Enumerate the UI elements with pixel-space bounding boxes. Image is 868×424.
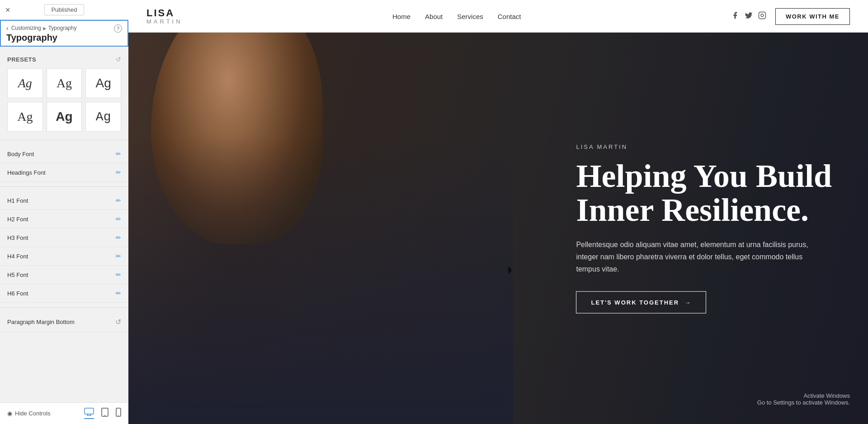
site-logo: LISA MARTIN (146, 8, 183, 25)
back-button[interactable]: ‹ (6, 24, 9, 32)
breadcrumb-nav: ‹ Customizing ▶ Typography (6, 24, 76, 32)
breadcrumb-left: ‹ Customizing ▶ Typography Typography (6, 24, 76, 43)
h5-font-edit-button[interactable]: ✏ (116, 271, 121, 278)
nav-services[interactable]: Services (457, 13, 483, 20)
h2-font-row: H2 Font ✏ (0, 210, 128, 229)
h6-font-label: H6 Font (7, 290, 28, 297)
breadcrumb-section: Typography (48, 25, 77, 31)
h4-font-edit-button[interactable]: ✏ (116, 252, 121, 260)
svg-point-7 (118, 415, 119, 416)
preset-card-6[interactable]: Ag (85, 102, 121, 132)
device-icons (84, 408, 121, 419)
panel-content: Presets ↺ Ag Ag Ag Ag Ag Ag Body Font ✏ … (0, 47, 128, 402)
h3-font-row: H3 Font ✏ (0, 229, 128, 247)
device-desktop-button[interactable] (84, 408, 94, 419)
nav-contact[interactable]: Contact (498, 13, 521, 20)
divider-2 (0, 186, 128, 187)
presets-grid: Ag Ag Ag Ag Ag Ag (7, 68, 121, 132)
headings-font-label: Headings Font (7, 169, 46, 176)
preset-card-5[interactable]: Ag (47, 102, 82, 132)
paragraph-margin-refresh-icon[interactable]: ↺ (115, 318, 121, 326)
divider-1 (0, 140, 128, 140)
body-font-row: Body Font ✏ (0, 145, 128, 163)
hero-person-name: LISA MARTIN (576, 143, 832, 150)
nav-home[interactable]: Home (392, 13, 410, 20)
h2-font-edit-button[interactable]: ✏ (116, 215, 121, 223)
page-title: Typography (6, 33, 76, 43)
paragraph-margin-bottom-row: Paragraph Margin Bottom ↺ (0, 312, 128, 332)
hero-content: LISA MARTIN Helping You Build Inner Resi… (576, 143, 832, 314)
device-tablet-button[interactable] (101, 408, 108, 419)
preset-card-4[interactable]: Ag (7, 102, 43, 132)
social-icons (731, 11, 766, 22)
header-accent-line (128, 32, 868, 33)
instagram-icon[interactable] (758, 11, 766, 22)
work-with-me-button[interactable]: WORK WITH ME (775, 8, 850, 25)
h3-font-label: H3 Font (7, 234, 28, 241)
h4-font-row: H4 Font ✏ (0, 247, 128, 266)
top-bar: × Published (0, 0, 128, 20)
h1-font-edit-button[interactable]: ✏ (116, 197, 121, 204)
site-header: LISA MARTIN Home About Services Contact (128, 0, 868, 33)
h3-font-edit-button[interactable]: ✏ (116, 234, 121, 241)
breadcrumb-arrow: ▶ (43, 26, 47, 31)
body-font-edit-button[interactable]: ✏ (116, 150, 121, 157)
preview-area: LISA MARTIN Home About Services Contact (128, 0, 868, 424)
hero-heading-line2: Inner Resilience. (576, 192, 809, 228)
body-font-label: Body Font (7, 151, 34, 157)
help-icon[interactable]: ? (114, 24, 122, 33)
preset-card-3[interactable]: Ag (85, 68, 121, 98)
logo-name: LISA (146, 8, 183, 19)
headings-font-edit-button[interactable]: ✏ (116, 169, 121, 176)
preset-card-1[interactable]: Ag (7, 68, 43, 98)
svg-rect-8 (759, 12, 765, 19)
lets-work-arrow: → (684, 299, 691, 306)
h1-font-row: H1 Font ✏ (0, 191, 128, 210)
h5-font-label: H5 Font (7, 272, 28, 278)
presets-refresh-icon[interactable]: ↺ (116, 56, 121, 63)
facebook-icon[interactable] (731, 11, 739, 22)
lets-work-together-button[interactable]: LET'S WORK TOGETHER → (576, 291, 706, 314)
h5-font-row: H5 Font ✏ (0, 266, 128, 284)
svg-rect-0 (85, 408, 94, 414)
hero-heading-line1: Helping You Build (576, 157, 832, 194)
hero-heading: Helping You Build Inner Resilience. (576, 159, 832, 227)
bottom-bar: ◉ Hide Controls (0, 402, 128, 424)
logo-surname: MARTIN (146, 19, 183, 25)
h6-font-row: H6 Font ✏ (0, 284, 128, 303)
preset-card-2[interactable]: Ag (47, 68, 82, 98)
h1-font-label: H1 Font (7, 197, 28, 204)
presets-header: Presets ↺ (7, 56, 121, 63)
hide-controls-button[interactable]: ◉ Hide Controls (7, 410, 51, 417)
divider-3 (0, 307, 128, 308)
h2-font-label: H2 Font (7, 216, 28, 223)
paragraph-margin-bottom-label: Paragraph Margin Bottom (7, 319, 75, 325)
hide-controls-icon: ◉ (7, 410, 12, 417)
breadcrumb-bar: ‹ Customizing ▶ Typography Typography ? (0, 20, 128, 47)
presets-section: Presets ↺ Ag Ag Ag Ag Ag Ag (0, 52, 128, 135)
device-mobile-button[interactable] (116, 408, 121, 419)
lets-work-label: LET'S WORK TOGETHER (591, 299, 679, 306)
svg-point-5 (104, 415, 105, 416)
hero-body-text: Pellentesque odio aliquam vitae amet, el… (576, 238, 811, 275)
close-button[interactable]: × (5, 6, 10, 14)
site-header-right: WORK WITH ME (731, 8, 850, 25)
customizer-panel: × Published ‹ Customizing ▶ Typography T… (0, 0, 128, 424)
hide-controls-label: Hide Controls (15, 410, 51, 417)
h4-font-label: H4 Font (7, 253, 28, 260)
site-nav: Home About Services Contact (392, 13, 521, 20)
h6-font-edit-button[interactable]: ✏ (116, 290, 121, 297)
published-badge: Published (44, 4, 84, 15)
twitter-icon[interactable] (745, 11, 753, 22)
customizing-link[interactable]: Customizing (11, 25, 41, 31)
presets-label: Presets (7, 56, 36, 63)
headings-font-row: Headings Font ✏ (0, 163, 128, 182)
nav-about[interactable]: About (425, 13, 443, 20)
site-preview: LISA MARTIN Home About Services Contact (128, 0, 868, 424)
